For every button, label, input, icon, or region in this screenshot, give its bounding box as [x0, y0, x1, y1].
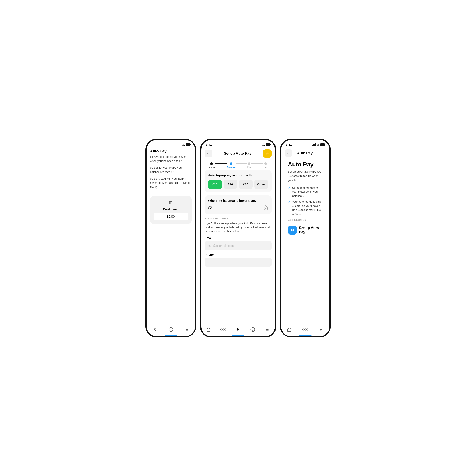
nav-item-billing-right[interactable]: £	[313, 327, 329, 332]
nav-title-right: Auto Pay	[297, 151, 313, 155]
nav-item-menu[interactable]: ≡	[179, 327, 195, 332]
setup-autopay-button[interactable]: Set up Auto Pay	[285, 226, 326, 235]
credit-card-wrapper: 🗑 Credit limit £2.00	[147, 194, 195, 224]
nav-item-home-center[interactable]	[201, 327, 216, 332]
check-text-2: Your auto top-up is paid ... card, so yo…	[292, 200, 323, 216]
right-main-title: Auto Pay	[288, 161, 323, 168]
nav-item-billing-center[interactable]: £	[231, 327, 245, 332]
wifi-icon-center: △	[262, 143, 265, 146]
nav-item-billing[interactable]: £	[147, 327, 163, 332]
check-text-1: Set repeat top-ups for yo... meter when …	[292, 186, 323, 198]
nav-header-right: ← Auto Pay	[281, 147, 329, 159]
check-icon-1: ✓	[288, 186, 290, 189]
credit-limit-value: £2.00	[153, 213, 188, 220]
left-phone: △ Auto Pay c PAYG top-ups so you never w…	[146, 139, 196, 338]
step-dot-amount	[230, 162, 232, 165]
setup-btn-icon	[288, 226, 297, 235]
phone-input[interactable]	[205, 257, 272, 267]
right-scroll[interactable]: Auto Pay Set up automatic PAYG top-u... …	[281, 159, 329, 242]
amount-btn-10[interactable]: £10	[208, 180, 222, 189]
svg-point-4	[220, 329, 222, 330]
svg-point-12	[305, 329, 306, 330]
left-title: Auto Pay	[150, 149, 192, 153]
left-text-3: op-up is paid with your bank ll never go…	[150, 177, 192, 190]
topup-card: Auto top-up my account with: £10 £20 £30…	[205, 170, 272, 192]
progress-steps: Energy Amount Pay Done	[201, 160, 275, 170]
nav-item-help[interactable]: ?	[163, 327, 179, 332]
main-canvas: △ Auto Pay c PAYG top-ups so you never w…	[126, 126, 350, 350]
svg-text:?: ?	[170, 328, 171, 331]
activity-icon-right	[302, 327, 308, 331]
trash-icon[interactable]: 🗑	[169, 199, 173, 205]
amount-buttons: £10 £20 £30 Other	[208, 180, 268, 189]
amount-btn-other[interactable]: Other	[255, 180, 268, 189]
action-icon-center: ⚡	[265, 151, 270, 156]
step-label-pay: Pay	[247, 166, 251, 168]
right-desc: Set up automatic PAYG top-u... forget to…	[285, 170, 326, 183]
lock-svg	[263, 205, 268, 210]
status-icons-left: △	[178, 143, 190, 146]
status-time-right: 9:41	[286, 143, 292, 146]
back-arrow-center: ←	[207, 152, 210, 155]
help-icon: ?	[169, 327, 173, 332]
nav-item-activity-right[interactable]	[297, 327, 313, 332]
step-done: Done	[263, 162, 268, 168]
bottom-nav-center: £ ? ≡	[201, 324, 275, 336]
home-icon-center	[206, 327, 211, 332]
step-pay: Pay	[247, 162, 251, 168]
setup-btn-text: Set up Auto Pay	[299, 226, 323, 234]
help-icon-center: ?	[250, 327, 255, 332]
signal-icon-center	[257, 143, 261, 146]
wifi-icon-right: △	[317, 143, 319, 146]
center-scroll[interactable]: Auto top-up my account with: £10 £20 £30…	[201, 170, 275, 324]
status-bar-center: 9:41 △	[201, 140, 275, 147]
lock-icon	[263, 205, 268, 211]
back-button-right[interactable]: ←	[285, 149, 292, 157]
svg-point-3	[265, 208, 266, 209]
infinity-icon	[290, 228, 295, 232]
balance-row: £2	[208, 205, 268, 211]
svg-point-6	[224, 329, 226, 330]
home-icon-right	[287, 327, 292, 332]
status-bar-left: △	[147, 140, 195, 147]
receipt-section: NEED A RECEIPT? If you'd like a receipt …	[205, 217, 272, 267]
nav-item-home-right[interactable]	[281, 327, 297, 332]
signal-icon-right	[312, 143, 316, 146]
nav-item-help-center[interactable]: ?	[245, 327, 260, 332]
center-phone: 9:41 △ ← Set up Auto Pay ⚡	[200, 139, 276, 338]
check-item-2: ✓ Your auto top-up is paid ... card, so …	[285, 200, 326, 216]
step-line-2	[236, 163, 247, 164]
step-energy: Energy	[208, 162, 215, 168]
nav-item-menu-center[interactable]: ≡	[260, 327, 275, 332]
balance-card-title: When my balance is lower than:	[208, 199, 268, 202]
email-input[interactable]: sam@example.com	[205, 241, 272, 250]
step-label-energy: Energy	[208, 166, 215, 168]
check-item-1: ✓ Set repeat top-ups for yo... meter whe…	[285, 186, 326, 198]
svg-point-5	[222, 329, 224, 330]
left-content: Auto Pay c PAYG top-ups so you never whe…	[147, 147, 195, 194]
topup-card-title: Auto top-up my account with:	[208, 173, 268, 177]
action-button-center[interactable]: ⚡	[263, 149, 272, 158]
svg-point-13	[307, 329, 308, 330]
status-bar-right: 9:41 △	[281, 140, 329, 147]
step-label-done: Done	[263, 166, 268, 168]
amount-btn-20[interactable]: £20	[223, 180, 237, 189]
step-dot-pay	[248, 162, 250, 165]
back-arrow-right: ←	[287, 151, 290, 155]
step-dot-done	[264, 162, 267, 165]
status-icons-right: △	[312, 143, 325, 146]
step-dot-energy	[210, 162, 213, 165]
step-amount: Amount	[227, 162, 236, 168]
battery-icon-left	[186, 143, 190, 146]
left-text-1: c PAYG top-ups so you never when your ba…	[150, 155, 192, 164]
svg-text:?: ?	[252, 328, 253, 331]
balance-card: When my balance is lower than: £2	[205, 195, 272, 214]
activity-icon-center	[220, 327, 226, 331]
step-line-3	[251, 163, 263, 164]
nav-item-activity-center[interactable]	[216, 327, 231, 332]
battery-icon-right	[320, 143, 325, 146]
right-phone: 9:41 △ ← Auto Pay	[280, 139, 331, 338]
back-button-center[interactable]: ←	[205, 150, 212, 157]
battery-icon-center	[266, 143, 270, 146]
amount-btn-30[interactable]: £30	[239, 180, 253, 189]
